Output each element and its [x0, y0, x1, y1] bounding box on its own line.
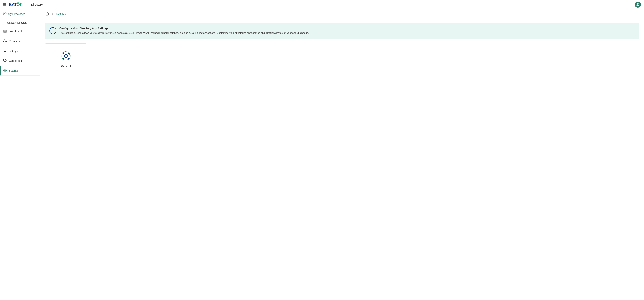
my-directories-icon	[3, 12, 6, 16]
content-area: › Settings i Configure Your Directory Ap…	[40, 9, 644, 300]
info-banner-title: Configure Your Directory App Settings!	[60, 27, 635, 30]
settings-label: Settings	[9, 69, 18, 72]
hamburger-icon[interactable]: ☰	[3, 3, 6, 7]
svg-point-6	[4, 40, 5, 41]
members-icon	[3, 39, 7, 43]
svg-point-15	[64, 54, 68, 57]
sidebar-item-settings[interactable]: Settings	[0, 66, 40, 76]
breadcrumb-bar: › Settings	[40, 9, 644, 19]
logo-bat: BAT	[9, 2, 17, 7]
sidebar-healthcare-directory[interactable]: Healthcare Directory	[0, 19, 40, 27]
general-card-label: General	[61, 65, 71, 68]
sidebar-item-categories[interactable]: Categories	[0, 56, 40, 66]
breadcrumb-chevron: ›	[52, 12, 53, 15]
members-label: Members	[9, 40, 20, 43]
info-banner: i Configure Your Directory App Settings!…	[45, 23, 640, 39]
listings-label: Listings	[9, 50, 18, 53]
info-icon: i	[50, 27, 56, 34]
svg-rect-2	[4, 30, 4, 31]
logo-text: BATÖI®	[9, 2, 22, 7]
main-layout: My Directories Healthcare Directory Dash…	[0, 9, 644, 300]
sidebar: My Directories Healthcare Directory Dash…	[0, 9, 40, 300]
listings-icon	[3, 49, 7, 53]
dashboard-icon	[3, 29, 7, 34]
user-avatar[interactable]	[635, 2, 641, 8]
settings-icon	[3, 69, 7, 73]
sidebar-item-dashboard[interactable]: Dashboard	[0, 27, 40, 37]
categories-icon	[3, 59, 7, 63]
svg-rect-3	[5, 30, 6, 31]
main-content: i Configure Your Directory App Settings!…	[40, 19, 644, 300]
general-settings-icon	[60, 50, 72, 62]
logo-oi: ÖI	[17, 2, 21, 7]
logo-reg: ®	[21, 3, 22, 5]
svg-point-14	[4, 70, 6, 71]
sidebar-item-listings[interactable]: Listings	[0, 46, 40, 56]
breadcrumb-collapse-button[interactable]	[633, 12, 641, 16]
categories-label: Categories	[9, 59, 22, 62]
nav-app-title: Directory	[31, 3, 42, 6]
svg-rect-4	[4, 32, 4, 33]
top-nav: ☰ BATÖI® Directory	[0, 0, 644, 9]
breadcrumb-home[interactable]	[43, 12, 51, 16]
cards-grid: General	[45, 43, 640, 74]
info-banner-text: The Settings screen allows you to config…	[60, 31, 635, 35]
logo: BATÖI®	[9, 2, 22, 7]
dashboard-label: Dashboard	[9, 30, 22, 33]
my-directories-label: My Directories	[8, 13, 25, 16]
info-banner-content: Configure Your Directory App Settings! T…	[60, 27, 635, 35]
general-settings-card[interactable]: General	[45, 43, 87, 74]
sidebar-my-directories[interactable]: My Directories	[0, 9, 40, 19]
breadcrumb-current: Settings	[54, 9, 68, 19]
nav-divider	[28, 2, 28, 7]
sidebar-item-members[interactable]: Members	[0, 37, 40, 46]
healthcare-directory-label: Healthcare Directory	[4, 21, 28, 24]
svg-rect-5	[5, 32, 6, 33]
